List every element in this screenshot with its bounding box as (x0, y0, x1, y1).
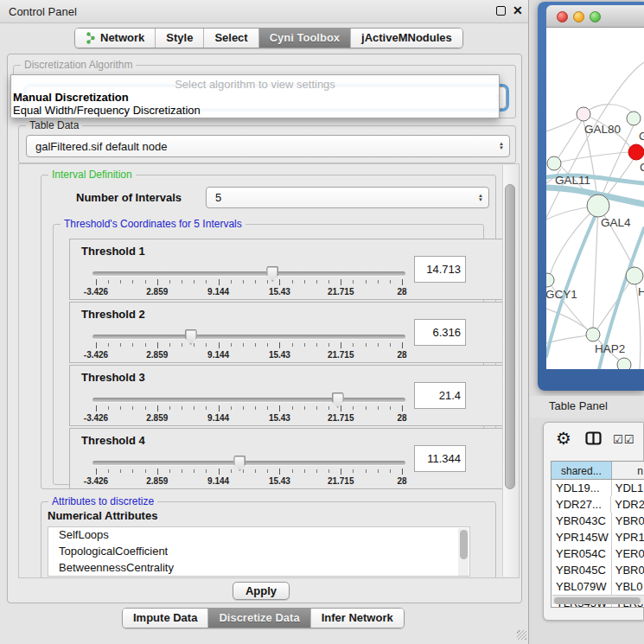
slider-tick (378, 343, 379, 347)
slider-tick (279, 279, 280, 285)
table-panel-header: Table Panel (530, 396, 644, 418)
table-cell: YBR045C (552, 562, 612, 578)
slider-tick (219, 469, 220, 475)
threshold-label: Threshold 1 (81, 245, 145, 258)
slider-tick (316, 406, 317, 410)
checkbox-columns-icon[interactable]: ☑☑ (613, 433, 634, 446)
resize-grip[interactable] (517, 630, 526, 640)
slider-tick (132, 469, 133, 473)
column-header-2[interactable]: n (612, 462, 644, 479)
tab-label: Cyni Toolbox (270, 31, 340, 44)
slider-tick-label: 28 (397, 350, 406, 360)
table-cell: YBL0 (612, 578, 644, 595)
slider-tick (390, 343, 391, 347)
network-node-green[interactable] (546, 273, 554, 287)
attribute-item[interactable]: BetweennessCentrality (48, 560, 469, 577)
algorithm-option-equal-width[interactable]: Equal Width/Frequency Discretization (13, 104, 201, 117)
threshold-slider[interactable]: -3.4262.8599.14415.4321.71528 (92, 455, 405, 486)
attributes-scrollbar (458, 528, 469, 577)
network-node-green[interactable] (587, 194, 609, 217)
slider-tick-label: 2.859 (146, 413, 168, 423)
table-hscrollbar-thumb[interactable] (554, 597, 641, 604)
slider-tick-label: 15.43 (269, 287, 290, 296)
num-intervals-combobox[interactable]: 5 ▲▼ (206, 187, 489, 208)
split-columns-icon[interactable] (585, 431, 602, 449)
minimize-traffic-light[interactable] (573, 11, 584, 22)
network-node-green[interactable] (547, 156, 561, 170)
slider-tick (182, 343, 182, 347)
zoom-traffic-light[interactable] (590, 11, 601, 22)
table-row[interactable]: YBR045CYBR0 (552, 562, 644, 578)
threshold-label: Threshold 3 (81, 371, 145, 384)
close-traffic-light[interactable] (557, 11, 568, 22)
network-node-green[interactable] (617, 358, 631, 369)
tab-discretize-data[interactable]: Discretize Data (208, 609, 310, 628)
attribute-item[interactable]: SelfLoops (48, 527, 469, 544)
column-header-1[interactable]: shared... (552, 462, 612, 479)
attributes-scrollbar-thumb[interactable] (460, 530, 468, 559)
table-row[interactable]: YPR145WYPR1 (552, 529, 644, 545)
slider-track[interactable] (92, 335, 405, 339)
tab-jactivemnodules[interactable]: jActiveMNodules (351, 29, 462, 48)
network-node-green[interactable] (586, 328, 600, 341)
apply-button[interactable]: Apply (233, 582, 290, 600)
slider-handle-icon[interactable] (332, 392, 344, 408)
threshold-value-input[interactable] (414, 382, 466, 409)
table-hscrollbar (552, 595, 644, 604)
table-header-row: shared...n (552, 462, 644, 480)
table-row[interactable]: YBR043CYBR0 (552, 513, 644, 529)
tab-select[interactable]: Select (204, 29, 258, 48)
slider-track[interactable] (92, 398, 405, 402)
slider-handle-icon[interactable] (185, 329, 197, 345)
slider-tick (120, 343, 121, 347)
tab-style[interactable]: Style (156, 29, 204, 48)
network-node-pink[interactable] (577, 107, 590, 121)
slider-tick-label: 9.144 (207, 350, 229, 360)
tab-infer-network[interactable]: Infer Network (311, 609, 404, 628)
settings-scrollbar-thumb[interactable] (505, 184, 515, 489)
slider-tick (304, 406, 305, 410)
threshold-value-input[interactable] (414, 445, 466, 472)
gear-icon[interactable]: ⚙ (556, 428, 571, 449)
slider-tick (132, 406, 133, 410)
network-node-green[interactable] (626, 267, 643, 284)
float-window-icon[interactable] (496, 6, 506, 16)
slider-tick (378, 406, 379, 410)
table-row[interactable]: YDR27...YDR2 (552, 496, 644, 513)
attribute-item[interactable]: TopologicalCoefficient (48, 544, 469, 560)
network-canvas[interactable]: GAL80GCGAL11GAL4GCY1HHAP2 (546, 28, 644, 369)
threshold-value-input[interactable] (414, 256, 466, 283)
slider-track[interactable] (92, 461, 405, 465)
network-window-titlebar[interactable] (546, 5, 644, 28)
tab-label: Network (100, 31, 144, 44)
node-label: H (638, 285, 644, 298)
threshold-slider[interactable]: -3.4262.8599.14415.4321.71528 (92, 392, 405, 423)
network-node-red[interactable] (628, 144, 644, 160)
table-data-combobox[interactable]: galFiltered.sif default node ▲▼ (26, 135, 510, 157)
table-row[interactable]: YBL079WYBL0 (552, 578, 644, 595)
slider-track[interactable] (92, 271, 405, 276)
network-node-green[interactable] (627, 112, 641, 125)
slider-tick (353, 469, 354, 473)
close-icon[interactable]: ✕ (513, 3, 523, 17)
node-label: G (639, 130, 644, 143)
slider-tick (402, 342, 403, 348)
algorithm-option-manual[interactable]: Manual Discretization (13, 91, 129, 104)
slider-tick (341, 405, 341, 411)
table-row[interactable]: YDL19...YDL1 (552, 480, 644, 496)
slider-tick (366, 343, 367, 347)
tab-network[interactable]: Network (75, 29, 156, 48)
slider-handle-icon[interactable] (266, 266, 278, 282)
table-data-value: galFiltered.sif default node (27, 140, 494, 153)
stepper-icon: ▲▼ (473, 194, 488, 202)
threshold-slider[interactable]: -3.4262.8599.14415.4321.71528 (92, 328, 405, 360)
tab-cyni-toolbox[interactable]: Cyni Toolbox (259, 29, 351, 48)
threshold-slider[interactable]: -3.4262.8599.14415.4321.71528 (92, 265, 405, 296)
slider-tick (292, 406, 293, 410)
threshold-value-input[interactable] (414, 319, 466, 346)
slider-tick (120, 280, 121, 284)
tab-impute-data[interactable]: Impute Data (123, 609, 208, 628)
node-label: GAL4 (601, 216, 631, 229)
slider-handle-icon[interactable] (233, 456, 245, 471)
table-row[interactable]: YER054CYER0 (552, 545, 644, 562)
